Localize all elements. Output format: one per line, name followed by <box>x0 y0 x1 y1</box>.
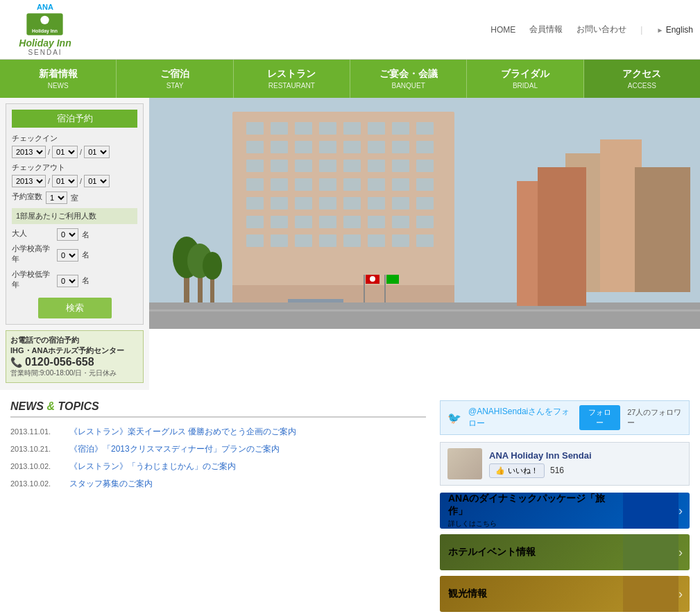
svg-text:Holiday Inn: Holiday Inn <box>33 28 58 34</box>
news-link[interactable]: スタッフ募集のご案内 <box>69 478 153 490</box>
page-header: ANA Holiday Inn Holiday Inn SENDAI HOME … <box>0 0 700 60</box>
twitter-follow-bar: 🐦 @ANAHISendaiさんをフォロー フォロー 27人のフォロワー <box>440 400 690 435</box>
svg-rect-62 <box>392 234 409 247</box>
svg-rect-40 <box>246 197 264 210</box>
svg-rect-25 <box>271 160 288 172</box>
checkout-year[interactable]: 2013 <box>12 175 46 187</box>
elem-lower-count-select[interactable]: 01234 <box>57 275 78 287</box>
checkin-day[interactable]: 01020304 05060708 09101112 13141516 1718… <box>84 146 110 158</box>
news-date: 2013.10.21. <box>10 445 62 453</box>
nav-banquet[interactable]: ご宴会・会議 BANQUET <box>350 60 467 98</box>
svg-rect-61 <box>368 234 385 247</box>
ana-label: ANA <box>37 3 53 11</box>
news-link[interactable]: 《レストラン》楽天イーグルス 優勝おめでとう企画のご案内 <box>69 426 296 438</box>
nav-bridal[interactable]: ブライダル BRIDAL <box>467 60 583 98</box>
adult-row: 大人 01234 名 <box>12 228 137 241</box>
banner-sightseeing[interactable]: 観光情報 › <box>440 576 690 612</box>
elem-upper-unit: 名 <box>82 250 89 260</box>
room-count-row: 予約室数 12345 室 <box>12 191 137 204</box>
phone-hours: 営業時間:9:00-18:00/日・元日休み <box>10 368 139 378</box>
svg-rect-80 <box>538 167 586 306</box>
home-link[interactable]: HOME <box>490 25 515 35</box>
banner-text-event: ホテルイベント情報 <box>440 542 623 563</box>
phone-booking-title: お電話での宿泊予約 <box>10 335 139 346</box>
nav-access[interactable]: アクセス ACCESS <box>584 60 700 98</box>
svg-rect-44 <box>343 197 361 210</box>
svg-rect-70 <box>386 275 399 284</box>
adult-count-select[interactable]: 01234 <box>57 228 78 241</box>
top-navigation: HOME 会員情報 お問い合わせ | ► English <box>490 24 693 35</box>
banner-sub-ana: 詳しくはこちら <box>448 519 615 529</box>
banner-title-ana: ANAのダイナミックパッケージ「旅作」 <box>448 493 615 518</box>
banner-ana[interactable]: ANAのダイナミックパッケージ「旅作」 詳しくはこちら › <box>440 493 690 529</box>
nav-restaurant[interactable]: レストラン RESTAURANT <box>234 60 350 98</box>
svg-rect-32 <box>246 178 264 191</box>
news-date: 2013.11.01. <box>10 427 62 436</box>
banner-text-sightseeing: 観光情報 <box>440 583 623 604</box>
banner-title-event: ホテルイベント情報 <box>448 546 615 558</box>
checkout-day[interactable]: 01020304 05060708 09101112 13141516 1718… <box>84 175 110 187</box>
nav-bridal-en: BRIDAL <box>470 82 579 89</box>
svg-rect-28 <box>343 160 361 172</box>
content-area: 宿泊予約 チェックイン 2013 / 01020304 05060708 091… <box>0 98 700 390</box>
rooms-label: 予約室数 <box>12 191 42 202</box>
twitter-follow-button[interactable]: フォロー <box>579 405 620 430</box>
checkin-date-row: 2013 / 01020304 05060708 09101112 / 0102… <box>12 146 137 158</box>
svg-rect-29 <box>368 160 385 172</box>
banner-image-sightseeing <box>623 576 678 612</box>
thumbs-up-icon: 👍 <box>495 466 505 475</box>
elem-upper-label: 小学校高学年 <box>12 244 53 264</box>
facebook-thumb-image <box>447 448 482 479</box>
sidebar: 宿泊予約 チェックイン 2013 / 01020304 05060708 091… <box>0 98 149 390</box>
svg-point-76 <box>203 252 222 280</box>
room-count-select[interactable]: 12345 <box>46 191 67 204</box>
twitter-followers-count: 27人のフォロワー <box>627 407 682 428</box>
svg-rect-23 <box>416 141 434 153</box>
banners-list: ANAのダイナミックパッケージ「旅作」 詳しくはこちら › ホテルイベント情報 … <box>440 493 690 614</box>
svg-rect-11 <box>319 122 336 135</box>
hero-image <box>149 98 700 390</box>
svg-rect-63 <box>416 234 434 247</box>
svg-rect-45 <box>368 197 385 210</box>
svg-rect-15 <box>416 122 434 135</box>
right-sidebar: 🐦 @ANAHISendaiさんをフォロー フォロー 27人のフォロワー ANA… <box>440 400 690 614</box>
language-divider: | <box>640 25 642 35</box>
svg-rect-57 <box>271 234 288 247</box>
checkout-month[interactable]: 01020304 05060708 09101112 <box>52 175 78 187</box>
hotel-building-svg <box>149 98 700 329</box>
elem-upper-count-select[interactable]: 01234 <box>57 249 78 262</box>
search-button[interactable]: 検索 <box>38 298 112 318</box>
nav-stay[interactable]: ご宿泊 STAY <box>117 60 233 98</box>
news-link[interactable]: 《レストラン》「うわじまじかん」のご案内 <box>69 461 236 472</box>
facebook-like-button[interactable]: 👍 いいね！ <box>489 463 545 478</box>
banner-event[interactable]: ホテルイベント情報 › <box>440 534 690 570</box>
svg-rect-8 <box>246 122 264 135</box>
news-title-left: NEWS <box>10 400 44 412</box>
nav-news[interactable]: 新着情報 NEWS <box>0 60 117 98</box>
main-navigation: 新着情報 NEWS ご宿泊 STAY レストラン RESTAURANT ご宴会・… <box>0 60 700 98</box>
svg-rect-53 <box>368 216 385 228</box>
facebook-info: ANA Holiday Inn Sendai 👍 いいね！ 516 <box>489 450 682 478</box>
news-section-title: NEWS & TOPICS <box>10 400 426 418</box>
svg-rect-21 <box>368 141 385 153</box>
holiday-inn-logo-icon: Holiday Inn <box>26 11 64 37</box>
checkin-year[interactable]: 2013 <box>12 146 46 158</box>
per-room-label: 1部屋あたりご利用人数 <box>12 208 137 224</box>
checkin-month[interactable]: 01020304 05060708 09101112 <box>52 146 78 158</box>
news-item: 2013.10.21. 《宿泊》「2013クリスマスディナー付」プランのご案内 <box>10 443 426 455</box>
member-link[interactable]: 会員情報 <box>529 24 563 35</box>
twitter-follow-link[interactable]: @ANAHISendaiさんをフォロー <box>468 406 572 429</box>
room-unit: 室 <box>71 193 78 203</box>
svg-rect-56 <box>246 234 264 247</box>
english-arrow-icon: ► <box>656 26 663 34</box>
hotel-logo[interactable]: ANA Holiday Inn Holiday Inn SENDAI <box>7 3 83 56</box>
english-link[interactable]: ► English <box>656 25 693 35</box>
elem-lower-unit: 名 <box>82 275 89 286</box>
news-link[interactable]: 《宿泊》「2013クリスマスディナー付」プランのご案内 <box>69 443 280 455</box>
svg-rect-41 <box>271 197 288 210</box>
banner-text-ana: ANAのダイナミックパッケージ「旅作」 詳しくはこちら <box>440 493 623 529</box>
banner-title-sightseeing: 観光情報 <box>448 588 615 600</box>
svg-rect-46 <box>392 197 409 210</box>
nav-news-en: NEWS <box>3 82 112 89</box>
contact-link[interactable]: お問い合わせ <box>577 24 626 35</box>
